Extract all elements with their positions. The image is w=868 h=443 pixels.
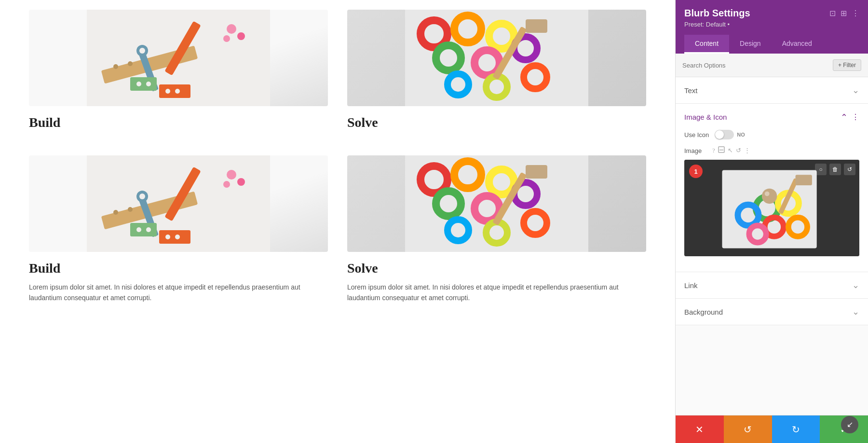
blurb-build-top-image (29, 10, 328, 106)
background-chevron-icon: ⌄ (852, 306, 859, 317)
blurb-solve-bottom-image (347, 155, 646, 252)
text-chevron-icon: ⌄ (852, 85, 859, 96)
svg-point-43 (136, 227, 141, 232)
image-field-row: Image ? ↖ ↺ ⋮ (684, 146, 859, 155)
blurb-grid: Build (29, 0, 646, 304)
panel-preset: Preset: Default • (684, 21, 859, 28)
image-icon-section-content: Use Icon NO Image ? (676, 130, 868, 272)
blurb-solve-bottom-title: Solve (347, 261, 646, 276)
svg-point-41 (223, 181, 230, 188)
blurb-solve-bottom: Solve Lorem ipsum dolor sit amet. In nis… (347, 155, 646, 304)
link-chevron-icon: ⌄ (852, 280, 859, 291)
tab-advanced[interactable]: Advanced (772, 35, 823, 54)
blurb-build-bottom-title: Build (29, 261, 328, 276)
image-icon-more-icon[interactable]: ⋮ (852, 112, 859, 122)
image-icon-section: Image & Icon ⌄ ⋮ Use Icon NO (676, 104, 868, 272)
preview-reset-btn[interactable]: ↺ (844, 164, 855, 175)
toggle-knob (715, 130, 724, 139)
svg-point-16 (165, 89, 170, 94)
svg-point-44 (146, 227, 151, 232)
toggle-track[interactable] (715, 130, 734, 139)
image-preview-actions: ○ 🗑 ↺ (815, 164, 855, 175)
blurb-solve-top-image (347, 10, 646, 106)
tab-design[interactable]: Design (729, 35, 772, 54)
svg-point-8 (139, 48, 145, 54)
svg-point-14 (146, 82, 151, 86)
image-icon-chevron-icon: ⌄ (841, 111, 848, 122)
redo-button[interactable]: ↻ (772, 415, 820, 443)
svg-point-47 (175, 235, 180, 239)
corner-button[interactable]: ↙ (841, 416, 858, 433)
svg-point-2 (113, 64, 118, 69)
image-field-icons: ? ↖ ↺ ⋮ (712, 146, 750, 155)
svg-rect-12 (130, 77, 157, 91)
image-field-label: Image (684, 147, 708, 154)
svg-point-38 (139, 194, 145, 199)
use-icon-label: Use Icon (684, 131, 709, 138)
more-field-icon[interactable]: ⋮ (744, 147, 750, 154)
svg-point-39 (227, 170, 236, 180)
background-section-icons: ⌄ (852, 306, 859, 317)
columns-icon[interactable]: ⊞ (841, 9, 847, 18)
svg-point-40 (237, 178, 245, 186)
link-section: Link ⌄ (676, 272, 868, 299)
blurb-solve-top-title: Solve (347, 115, 646, 130)
text-section: Text ⌄ (676, 77, 868, 104)
background-section-header[interactable]: Background ⌄ (676, 299, 868, 325)
svg-point-13 (136, 82, 141, 86)
blurb-build-bottom-image (29, 155, 328, 252)
panel-footer: ✕ ↺ ↻ ✓ (676, 415, 868, 443)
svg-point-33 (128, 207, 133, 212)
svg-point-46 (165, 235, 170, 239)
help-icon[interactable]: ? (712, 147, 715, 154)
filter-button[interactable]: + Filter (833, 59, 861, 71)
blurb-build-top-title: Build (29, 115, 328, 130)
link-section-header[interactable]: Link ⌄ (676, 272, 868, 298)
text-section-header[interactable]: Text ⌄ (676, 77, 868, 103)
use-icon-row: Use Icon NO (684, 130, 859, 139)
link-section-icons: ⌄ (852, 280, 859, 291)
svg-point-9 (227, 24, 236, 34)
blurb-build-top: Build (29, 10, 328, 136)
svg-rect-15 (159, 84, 190, 98)
search-input[interactable] (682, 62, 829, 69)
expand-icon[interactable]: ⊡ (829, 9, 836, 18)
svg-point-17 (175, 89, 180, 94)
upload-icon[interactable] (718, 146, 725, 155)
toggle-no-label: NO (737, 132, 745, 138)
cursor-icon[interactable]: ↖ (728, 147, 733, 154)
more-icon[interactable]: ⋮ (852, 9, 859, 18)
svg-point-10 (237, 32, 245, 40)
image-icon-section-title: Image & Icon (684, 113, 727, 121)
panel-header: Blurb Settings ⊡ ⊞ ⋮ Preset: Default • C… (676, 0, 868, 54)
link-section-title: Link (684, 281, 698, 290)
svg-point-69 (762, 189, 777, 204)
svg-rect-59 (526, 165, 547, 179)
panel-tabs: Content Design Advanced (684, 35, 859, 54)
panel-header-top: Blurb Settings ⊡ ⊞ ⋮ (684, 8, 859, 19)
background-section-title: Background (684, 308, 723, 316)
reset-icon[interactable]: ↺ (736, 147, 741, 154)
image-icon-section-header[interactable]: Image & Icon ⌄ ⋮ (676, 104, 868, 130)
corner-icon: ↙ (847, 421, 853, 429)
cancel-button[interactable]: ✕ (676, 415, 724, 443)
image-preview-badge: 1 (689, 165, 703, 178)
undo-button[interactable]: ↺ (724, 415, 772, 443)
svg-point-32 (113, 210, 118, 215)
search-bar: + Filter (676, 54, 868, 77)
panel-header-icons: ⊡ ⊞ ⋮ (829, 9, 859, 18)
svg-point-3 (128, 61, 133, 66)
panel-title: Blurb Settings (684, 8, 750, 19)
tab-content[interactable]: Content (684, 35, 729, 54)
main-canvas: Build (0, 0, 675, 443)
svg-rect-45 (159, 230, 190, 244)
svg-rect-72 (796, 175, 812, 185)
panel-body: + Filter Text ⌄ Image & Icon ⌄ ⋮ (676, 54, 868, 415)
use-icon-toggle[interactable]: NO (715, 130, 745, 139)
svg-rect-29 (526, 19, 547, 33)
preview-circle-btn[interactable]: ○ (815, 164, 827, 175)
blurb-solve-top: Solve (347, 10, 646, 136)
text-section-icons: ⌄ (852, 85, 859, 96)
text-section-title: Text (684, 86, 698, 95)
preview-delete-btn[interactable]: 🗑 (829, 164, 841, 175)
